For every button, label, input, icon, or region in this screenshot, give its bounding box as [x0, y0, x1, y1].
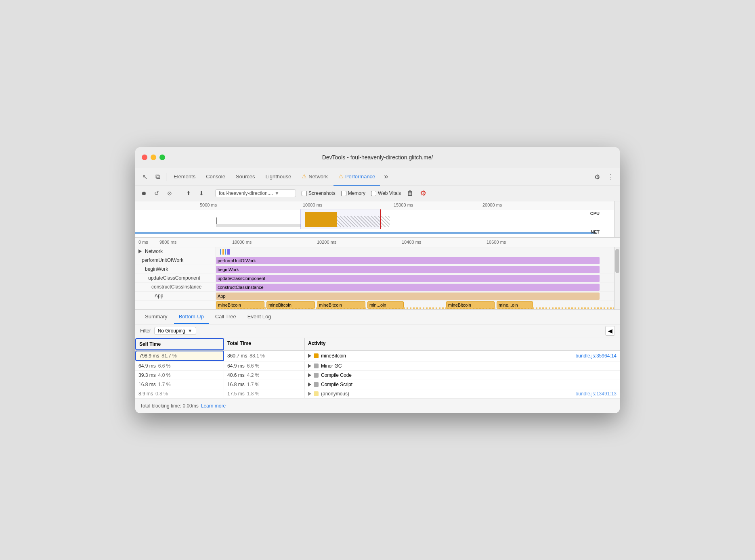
tab-performance[interactable]: ⚠ Performance — [333, 168, 380, 186]
close-button[interactable] — [142, 155, 147, 160]
activity-name-2: Compile Code — [321, 372, 352, 378]
perform-track: performUnitOfWork — [216, 256, 614, 265]
ruler-20000: 20000 ms — [482, 203, 502, 207]
update-block[interactable]: updateClassComponent — [216, 275, 600, 282]
self-time-3: 16.8 ms — [138, 382, 156, 387]
flame-chart-main: Network performUnitOfWork performUnitOfW… — [135, 247, 614, 309]
cell-activity-0: mineBitcoin bundle.js:35964:14 — [305, 351, 620, 360]
ruler-15000: 15000 ms — [394, 203, 413, 207]
tab-network[interactable]: ⚠ Network — [297, 168, 333, 186]
screenshots-input[interactable] — [302, 191, 307, 196]
maximize-button[interactable] — [159, 155, 165, 160]
cell-total-2: 40.6 ms 4.2 % — [224, 371, 305, 380]
col-header-activity: Activity — [305, 338, 620, 350]
begin-block[interactable]: beginWork — [216, 266, 600, 273]
flame-row-app: App App — [135, 292, 614, 301]
minimize-button[interactable] — [151, 155, 156, 160]
memory-checkbox[interactable]: Memory — [341, 190, 365, 196]
mine-track: mineBitcoin mineBitcoin mineBitcoin min.… — [216, 301, 614, 309]
construct-label: constructClassInstance — [135, 283, 216, 291]
expand-icon-2[interactable] — [308, 373, 311, 377]
tab-event-log[interactable]: Event Log — [243, 309, 276, 324]
tab-sources[interactable]: Sources — [231, 168, 260, 186]
app-block[interactable]: App — [216, 293, 600, 300]
self-pct-0: 81.7 % — [161, 353, 176, 359]
memory-input[interactable] — [341, 191, 346, 196]
detail-ruler-10200: 10200 ms — [317, 240, 336, 244]
detail-ruler-10000: 10000 ms — [232, 240, 252, 244]
learn-more-link[interactable]: Learn more — [201, 403, 226, 409]
screenshots-checkbox[interactable]: Screenshots — [302, 190, 336, 196]
cell-self-2: 39.3 ms 4.0 % — [135, 371, 224, 380]
tab-summary[interactable]: Summary — [140, 309, 172, 324]
reload-record-button[interactable]: ↺ — [151, 188, 162, 199]
toolbar-right: ⚙ ⋮ — [591, 171, 617, 182]
tab-elements[interactable]: Elements — [169, 168, 200, 186]
activity-name-1: Minor GC — [321, 363, 342, 369]
detail-ruler: 0 ms 9800 ms 10000 ms 10200 ms 10400 ms … — [135, 238, 620, 247]
net-req-4 — [227, 249, 230, 255]
flame-scrollbar[interactable] — [614, 247, 620, 309]
devtools-window: DevTools - foul-heavenly-direction.glitc… — [135, 147, 620, 413]
self-time-2: 39.3 ms — [138, 372, 156, 378]
self-time-1: 64.9 ms — [138, 363, 156, 369]
flame-row-begin: beginWork beginWork — [135, 265, 614, 274]
collapse-button[interactable]: ◀ — [605, 326, 615, 336]
flame-row-update: updateClassComponent updateClassComponen… — [135, 274, 614, 283]
data-table: Self Time Total Time Activity 798.9 ms 8… — [135, 338, 620, 399]
web-vitals-checkbox[interactable]: Web Vitals — [371, 190, 401, 196]
activity-dot-0 — [314, 353, 319, 358]
flame-scrollbar-thumb[interactable] — [615, 249, 619, 273]
activity-dot-3 — [314, 382, 319, 387]
expand-icon-0[interactable] — [308, 354, 311, 358]
cursor-icon[interactable]: ↖ — [138, 171, 151, 183]
total-pct-3: 1.7 % — [247, 382, 260, 387]
table-header: Self Time Total Time Activity — [135, 338, 620, 351]
tab-bottom-up[interactable]: Bottom-Up — [174, 309, 209, 324]
tab-console[interactable]: Console — [201, 168, 230, 186]
net-chart: NET — [135, 229, 620, 237]
ruler-5000: 5000 ms — [200, 203, 217, 207]
construct-block[interactable]: constructClassInstance — [216, 284, 600, 291]
overview-scrollbar[interactable] — [614, 201, 620, 237]
settings-red-button[interactable]: ⚙ — [418, 188, 428, 199]
clear-recording-button[interactable]: ⊘ — [164, 188, 175, 199]
expand-icon-3[interactable] — [308, 382, 311, 387]
upload-button[interactable]: ⬆ — [183, 188, 194, 199]
table-row: 39.3 ms 4.0 % 40.6 ms 4.2 % Compile Code — [135, 371, 620, 380]
layers-icon[interactable]: ⧉ — [151, 171, 164, 183]
expand-icon-4[interactable] — [308, 392, 311, 396]
download-button[interactable]: ⬇ — [196, 188, 207, 199]
update-label: updateClassComponent — [135, 274, 216, 282]
cell-activity-3: Compile Script — [305, 380, 620, 389]
cell-total-0: 860.7 ms 88.1 % — [224, 351, 305, 360]
activity-link-4[interactable]: bundle.js:13491:13 — [576, 391, 617, 397]
tab-lighthouse[interactable]: Lighthouse — [261, 168, 296, 186]
checkbox-group: Screenshots Memory Web Vitals — [302, 190, 401, 196]
settings-gear-icon[interactable]: ⚙ — [591, 171, 603, 182]
net-bar — [135, 232, 596, 234]
activity-link-0[interactable]: bundle.js:35964:14 — [576, 353, 617, 359]
total-time-0: 860.7 ms — [227, 353, 247, 359]
perform-label: performUnitOfWork — [135, 256, 216, 265]
devtools-toolbar: ↖ ⧉ Elements Console Sources Lighthouse … — [135, 168, 620, 186]
self-time-0: 798.9 ms — [139, 353, 159, 359]
expand-icon-1[interactable] — [308, 364, 311, 368]
self-pct-2: 4.0 % — [158, 372, 171, 378]
web-vitals-input[interactable] — [371, 191, 376, 196]
tab-more-button[interactable]: » — [381, 168, 391, 186]
record-button[interactable]: ⏺ — [138, 188, 149, 199]
tab-call-tree[interactable]: Call Tree — [210, 309, 241, 324]
cell-activity-2: Compile Code — [305, 371, 620, 380]
update-text: updateClassComponent — [148, 275, 200, 281]
construct-text: constructClassInstance — [151, 284, 201, 290]
ruler-10000: 10000 ms — [303, 203, 322, 207]
perform-block[interactable]: performUnitOfWork — [216, 257, 600, 264]
perform-text: performUnitOfWork — [142, 257, 183, 263]
network-expand-icon[interactable] — [138, 249, 142, 253]
trash-button[interactable]: 🗑 — [405, 188, 415, 199]
grouping-select[interactable]: No Grouping ▼ — [154, 327, 196, 335]
table-row: 8.9 ms 0.8 % 17.5 ms 1.8 % (anonymous) b… — [135, 389, 620, 399]
more-options-icon[interactable]: ⋮ — [605, 171, 617, 182]
detail-ruler-10600: 10600 ms — [487, 240, 506, 244]
